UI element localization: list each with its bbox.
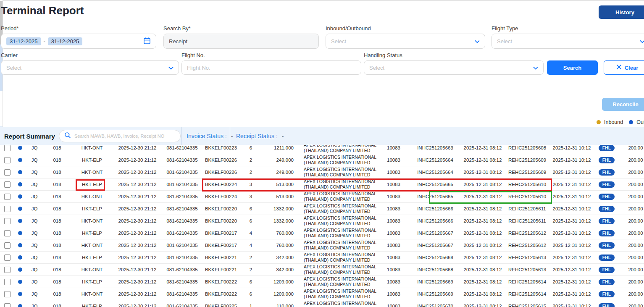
fhl-badge[interactable]: FHL bbox=[599, 267, 615, 273]
cell-agent: APEX LOGISTICS INTERNATIONAL (THAILAND) … bbox=[297, 239, 377, 251]
row-checkbox[interactable] bbox=[4, 255, 11, 261]
cell-weight: 342.000 bbox=[262, 252, 297, 263]
table-row[interactable]: JQ 018 HKT-ELP 2025-12-30 21:12 081-6210… bbox=[0, 252, 644, 264]
table-row[interactable]: JQ 018 HKT-ELP 2025-12-30 21:12 081-6210… bbox=[0, 276, 644, 288]
table-row[interactable]: JQ 018 HKT-ONT 2025-12-30 21:12 081-6210… bbox=[0, 166, 644, 178]
row-checkbox[interactable] bbox=[4, 303, 11, 307]
cell-carrier: JQ bbox=[26, 203, 43, 215]
fhl-badge[interactable]: FHL bbox=[599, 291, 615, 297]
fhl-badge[interactable]: FHL bbox=[599, 303, 615, 307]
table-row[interactable]: JQ 018 HKT-ELP 2025-12-30 21:12 081-6210… bbox=[0, 178, 644, 191]
cell-invoice-datetime: 2025-12-31 08:12 bbox=[460, 264, 505, 276]
fhl-badge[interactable]: FHL bbox=[599, 145, 615, 151]
fhl-badge[interactable]: FHL bbox=[599, 206, 615, 212]
cell-flight-no: 018 bbox=[43, 191, 71, 202]
row-checkbox[interactable] bbox=[4, 267, 11, 273]
row-checkbox[interactable] bbox=[4, 145, 11, 151]
table-row[interactable]: JQ 018 HKT-ELP 2025-12-30 21:12 081-6210… bbox=[0, 154, 644, 166]
period-to-chip[interactable]: 31-12-2025 bbox=[48, 37, 83, 45]
table-row[interactable]: JQ 018 HKT-ELP 2025-12-30 21:12 081-6210… bbox=[0, 300, 644, 307]
cell-receipt-no: REHC251205611 bbox=[505, 215, 549, 227]
table-row[interactable]: JQ 018 HKT-ONT 2025-12-30 21:12 081-6210… bbox=[0, 215, 644, 227]
row-checkbox[interactable] bbox=[4, 169, 11, 176]
cell-flight-no: 018 bbox=[43, 178, 71, 190]
history-button[interactable]: History bbox=[599, 5, 644, 19]
receipt-status-value: - bbox=[282, 133, 284, 139]
table-row[interactable]: JQ 018 HKT-ONT 2025-12-30 21:12 081-6210… bbox=[0, 239, 644, 252]
fhl-badge[interactable]: FHL bbox=[599, 169, 615, 176]
cell-weight: 760.000 bbox=[262, 227, 297, 239]
cell-agent: APEX LOGISTICS INTERNATIONAL (THAILAND) … bbox=[297, 191, 377, 202]
handling-status-select[interactable]: Select bbox=[364, 60, 544, 75]
search-button[interactable]: Search bbox=[547, 60, 598, 75]
cell-pieces: 6 bbox=[240, 215, 262, 227]
row-checkbox[interactable] bbox=[4, 206, 11, 212]
fhl-badge[interactable]: FHL bbox=[599, 255, 615, 261]
period-range-picker[interactable]: 31-12-2025 - 31-12-2025 bbox=[1, 34, 156, 49]
table-row[interactable]: JQ 018 HKT-ONT 2025-12-30 21:12 081-6210… bbox=[0, 288, 644, 300]
table-search-input[interactable] bbox=[74, 134, 175, 139]
agent-name-line1: APEX LOGISTICS INTERNATIONAL bbox=[304, 228, 376, 233]
row-checkbox[interactable] bbox=[4, 230, 11, 236]
cell-amount: 200.00 bbox=[619, 203, 644, 215]
outbound-dot-icon bbox=[18, 231, 22, 235]
fhl-badge[interactable]: FHL bbox=[599, 230, 615, 236]
row-checkbox[interactable] bbox=[4, 218, 11, 224]
period-from-chip[interactable]: 31-12-2025 bbox=[6, 37, 41, 45]
table-row[interactable]: JQ 018 HKT-ELP 2025-12-30 21:12 081-6210… bbox=[0, 227, 644, 239]
cell-receipt-datetime: 2025-12-31 10:12 bbox=[549, 191, 594, 202]
cell-checkbox bbox=[0, 178, 14, 190]
cell-hawb: BKKELF00225 bbox=[202, 300, 240, 307]
cell-receipt-datetime: 2025-12-31 10:12 bbox=[549, 203, 594, 215]
row-checkbox[interactable] bbox=[4, 291, 11, 297]
agent-name-line2: (THAILAND) COMPANY LIMITED bbox=[304, 148, 370, 153]
inbound-outbound-select[interactable]: Select bbox=[326, 34, 485, 49]
row-checkbox[interactable] bbox=[4, 181, 11, 188]
fhl-badge[interactable]: FHL bbox=[599, 279, 615, 285]
flight-type-select[interactable]: Select bbox=[492, 34, 644, 49]
carrier-select[interactable]: Select bbox=[1, 60, 179, 75]
agent-name-line2: (THAILAND) COMPANY LIMITED bbox=[304, 160, 370, 165]
agent-name-line2: (THAILAND) COMPANY LIMITED bbox=[304, 184, 370, 190]
cell-flight-datetime: 2025-12-30 21:12 bbox=[113, 300, 162, 307]
fhl-badge[interactable]: FHL bbox=[599, 194, 615, 200]
cell-flight-datetime: 2025-12-30 21:12 bbox=[113, 276, 162, 288]
row-checkbox[interactable] bbox=[4, 194, 11, 200]
table-row[interactable]: JQ 018 HKT-ONT 2025-12-30 21:12 081-6210… bbox=[0, 191, 644, 203]
cell-agent-code: 10083 bbox=[377, 145, 410, 154]
flight-no-field[interactable] bbox=[181, 60, 361, 75]
table-row[interactable]: JQ 018 HKT-ELP 2025-12-30 21:12 081-6210… bbox=[0, 203, 644, 215]
row-checkbox[interactable] bbox=[4, 157, 11, 163]
cell-amount: 200.00 bbox=[619, 264, 644, 276]
fhl-badge[interactable]: FHL bbox=[599, 242, 615, 249]
cell-mawb: 081-62104335 bbox=[162, 239, 202, 251]
cell-route: HKT-ONT bbox=[71, 145, 113, 154]
cell-mawb: 081-62104335 bbox=[162, 227, 202, 239]
invoice-status-label: Invoice Status : bbox=[187, 133, 227, 139]
handling-status-label: Handling Status bbox=[364, 52, 402, 58]
table-row[interactable]: JQ 018 HKT-ONT 2025-12-30 21:12 081-6210… bbox=[0, 145, 644, 154]
table-row[interactable]: JQ 018 HKT-ONT 2025-12-30 21:12 081-6210… bbox=[0, 264, 644, 276]
terminal-report-page: Terminal Report History Period* 31-12-20… bbox=[0, 0, 644, 307]
cell-route: HKT-ELP bbox=[71, 203, 113, 215]
fhl-badge[interactable]: FHL bbox=[599, 157, 615, 163]
cell-hawb: BKKELF00221 bbox=[202, 264, 240, 276]
outbound-dot-icon bbox=[18, 170, 22, 174]
table-search-field[interactable] bbox=[59, 130, 181, 142]
cell-agent-code: 10083 bbox=[377, 300, 410, 307]
fhl-badge[interactable]: FHL bbox=[599, 218, 615, 224]
row-checkbox[interactable] bbox=[4, 279, 11, 285]
fhl-badge[interactable]: FHL bbox=[599, 181, 615, 188]
cell-amount: 200.00 bbox=[619, 154, 644, 166]
outbound-dot-icon bbox=[18, 292, 22, 296]
calendar-icon[interactable] bbox=[143, 37, 151, 46]
cell-flight-no: 018 bbox=[43, 264, 71, 276]
row-checkbox[interactable] bbox=[4, 242, 11, 249]
flight-no-input[interactable] bbox=[187, 65, 356, 71]
clear-button[interactable]: Clear bbox=[604, 60, 644, 75]
cell-hawb: BKKELF00226 bbox=[202, 154, 240, 166]
cell-carrier: JQ bbox=[26, 300, 43, 307]
reconcile-button[interactable]: Reconcile bbox=[602, 98, 644, 111]
cell-invoice-no: INHC251205670 bbox=[410, 300, 460, 307]
search-by-field[interactable]: Receipt bbox=[163, 34, 319, 49]
